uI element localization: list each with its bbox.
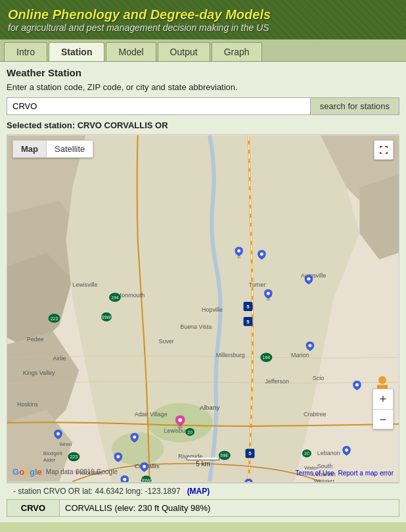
- station-info-bar: - station CRVO OR lat: 44.6342 long: -12…: [7, 483, 399, 499]
- svg-text:Wren: Wren: [59, 441, 72, 447]
- svg-text:20: 20: [304, 452, 309, 456]
- svg-text:Albany: Albany: [200, 404, 219, 411]
- svg-point-108: [378, 376, 386, 384]
- tab-model[interactable]: Model: [106, 42, 156, 61]
- svg-text:Pedee: Pedee: [27, 336, 44, 343]
- svg-point-85: [237, 249, 240, 253]
- svg-text:Scio: Scio: [313, 375, 324, 381]
- map-attribution: Google Map data ©2019 Google: [12, 467, 118, 477]
- svg-text:Whitaker: Whitaker: [314, 478, 335, 482]
- page-content: Weather Station Enter a station code, ZI…: [0, 62, 406, 522]
- zoom-out-button[interactable]: −: [373, 409, 393, 429]
- zoom-in-button[interactable]: +: [373, 389, 393, 409]
- svg-text:5: 5: [248, 451, 252, 457]
- map-background: Albany Corvallis Philomath Millersburg J…: [7, 135, 399, 482]
- report-link[interactable]: Report a map error: [338, 470, 394, 477]
- app-title: Online Phenology and Degree-day Models: [8, 7, 398, 22]
- svg-text:Buena Vista: Buena Vista: [180, 324, 212, 330]
- svg-text:Hopville: Hopville: [202, 306, 223, 313]
- svg-text:Crabtree: Crabtree: [304, 411, 327, 418]
- svg-text:Airlie: Airlie: [53, 355, 66, 362]
- map-right-attribution: Terms of Use Report a map error: [296, 470, 394, 477]
- svg-text:Lewisville: Lewisville: [72, 281, 97, 288]
- svg-text:Kings Valley: Kings Valley: [23, 370, 55, 376]
- svg-point-92: [116, 455, 120, 458]
- svg-text:Marion: Marion: [291, 352, 309, 359]
- tab-output[interactable]: Output: [158, 42, 210, 61]
- svg-text:South: South: [317, 463, 332, 470]
- svg-text:Suver: Suver: [158, 338, 173, 345]
- svg-text:164: 164: [263, 355, 271, 360]
- svg-point-90: [355, 383, 359, 387]
- app-header: Online Phenology and Degree-day Models f…: [0, 0, 406, 39]
- svg-point-87: [267, 292, 270, 295]
- scale-label: 5 km: [196, 460, 210, 468]
- map-type-control: Map Satellite: [12, 140, 93, 158]
- svg-text:99W: 99W: [102, 315, 112, 320]
- svg-point-89: [308, 344, 311, 347]
- svg-text:99W: 99W: [141, 478, 151, 482]
- svg-text:194: 194: [111, 295, 119, 300]
- svg-text:223: 223: [51, 316, 58, 321]
- table-row: CRVO CORVALLIS (elev: 230 ft Quality 98%…: [7, 500, 399, 517]
- instruction-text: Enter a station code, ZIP code, or city …: [7, 82, 399, 92]
- svg-text:Adair Village: Adair Village: [135, 411, 168, 418]
- station-table: CRVO CORVALLIS (elev: 230 ft Quality 98%…: [7, 499, 399, 517]
- svg-point-103: [345, 448, 348, 452]
- svg-text:Alder: Alder: [43, 457, 56, 463]
- google-logo: Google: [12, 467, 42, 477]
- map-scale: 5 km: [187, 458, 219, 468]
- app-subtitle: for agricultural and pest management dec…: [8, 22, 398, 33]
- nav-tabs: Intro Station Model Output Graph: [0, 39, 406, 62]
- fullscreen-icon: [378, 145, 389, 155]
- svg-text:Hoskins: Hoskins: [17, 401, 38, 408]
- svg-text:Aumsville: Aumsville: [301, 272, 326, 279]
- search-bar: search for stations: [7, 97, 399, 115]
- svg-point-106: [260, 253, 263, 256]
- svg-text:99E: 99E: [221, 453, 229, 458]
- svg-point-94: [133, 435, 136, 439]
- search-button[interactable]: search for stations: [311, 97, 399, 115]
- terms-link[interactable]: Terms of Use: [296, 470, 334, 477]
- svg-text:Lebanon: Lebanon: [317, 450, 340, 457]
- svg-text:20: 20: [187, 430, 192, 435]
- svg-point-91: [56, 432, 60, 435]
- svg-point-95: [123, 478, 126, 481]
- svg-point-93: [143, 465, 146, 468]
- zoom-controls: + −: [372, 389, 394, 429]
- tab-station[interactable]: Station: [49, 42, 104, 61]
- svg-text:Monmouth: Monmouth: [117, 292, 145, 299]
- map-type-map-button[interactable]: Map: [13, 141, 46, 157]
- station-code-cell: CRVO: [7, 500, 60, 517]
- search-input[interactable]: [7, 97, 311, 115]
- map-type-satellite-button[interactable]: Satellite: [46, 141, 93, 157]
- svg-point-86: [266, 299, 270, 301]
- svg-point-83: [178, 418, 182, 422]
- selected-station-label: Selected station: CRVO CORVALLIS OR: [7, 120, 399, 130]
- svg-text:5: 5: [246, 304, 250, 310]
- svg-text:5: 5: [246, 319, 250, 325]
- svg-text:223: 223: [70, 454, 78, 459]
- station-info-text: - station CRVO OR lat: 44.6342 long: -12…: [13, 487, 181, 496]
- svg-text:Turner: Turner: [249, 281, 266, 288]
- fullscreen-button[interactable]: [374, 140, 394, 160]
- map-container[interactable]: Albany Corvallis Philomath Millersburg J…: [7, 134, 399, 483]
- svg-text:Millersburg: Millersburg: [216, 352, 245, 359]
- svg-text:Blodgett: Blodgett: [43, 451, 63, 457]
- station-name-cell: CORVALLIS (elev: 230 ft Quality 98%): [60, 500, 399, 517]
- svg-point-88: [307, 278, 310, 281]
- tab-intro[interactable]: Intro: [4, 42, 47, 61]
- svg-point-84: [237, 256, 241, 258]
- map-data-text: Map data ©2019 Google: [46, 468, 118, 475]
- map-link[interactable]: (MAP): [187, 487, 210, 496]
- tab-graph[interactable]: Graph: [212, 42, 262, 61]
- svg-point-82: [177, 426, 183, 429]
- svg-text:Jefferson: Jefferson: [265, 378, 289, 385]
- page-title: Weather Station: [7, 67, 399, 78]
